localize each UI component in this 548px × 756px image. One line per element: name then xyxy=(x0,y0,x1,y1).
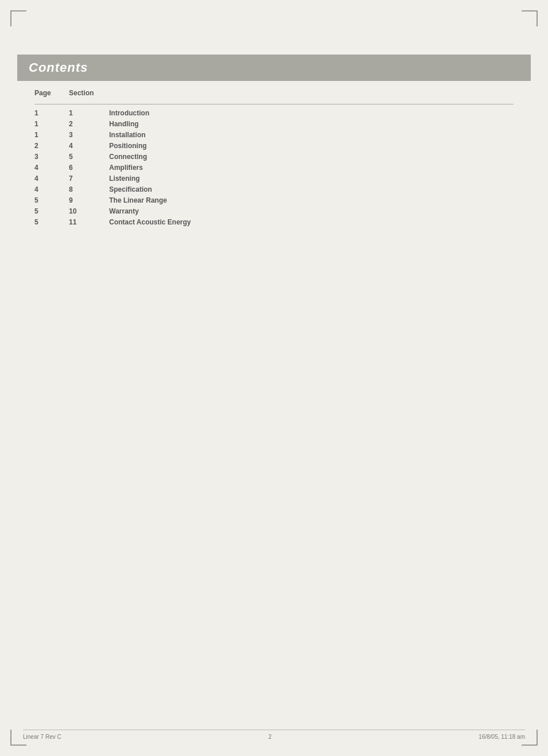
col-page-header: Page xyxy=(34,89,69,97)
contents-header: Contents xyxy=(17,55,531,81)
toc-section-4: 4 xyxy=(69,142,109,150)
toc-section-6: 6 xyxy=(69,164,109,172)
toc-row-7: 4 7 Listening xyxy=(34,175,514,183)
toc-section-11: 11 xyxy=(69,218,109,226)
toc-section-2: 2 xyxy=(69,120,109,128)
toc-section-8: 8 xyxy=(69,185,109,193)
toc-row-4: 2 4 Positioning xyxy=(34,142,514,150)
toc-divider xyxy=(34,104,514,104)
toc-section-7: 7 xyxy=(69,175,109,183)
col-title-header xyxy=(109,89,514,97)
toc-page-5: 3 xyxy=(34,153,69,161)
toc-row-5: 3 5 Connecting xyxy=(34,153,514,161)
toc-title-11: Contact Acoustic Energy xyxy=(109,218,514,226)
toc-header-row: Page Section xyxy=(34,89,514,97)
toc-section-3: 3 xyxy=(69,131,109,139)
contents-title: Contents xyxy=(29,60,88,75)
toc-row-3: 1 3 Installation xyxy=(34,131,514,139)
toc-title-4: Positioning xyxy=(109,142,514,150)
corner-bracket-tr xyxy=(522,10,538,26)
toc-page-1: 1 xyxy=(34,109,69,117)
toc-title-10: Warranty xyxy=(109,207,514,215)
footer-page-number: 2 xyxy=(268,734,272,740)
footer-right: 16/8/05, 11:18 am xyxy=(478,734,525,740)
toc-row-8: 4 8 Specification xyxy=(34,185,514,193)
toc-section-10: 10 xyxy=(69,207,109,215)
toc-section-9: 9 xyxy=(69,196,109,204)
toc-title-6: Amplifiers xyxy=(109,164,514,172)
toc-title-9: The Linear Range xyxy=(109,196,514,204)
footer: Linear 7 Rev C 2 16/8/05, 11:18 am xyxy=(23,730,525,740)
toc-page-2: 1 xyxy=(34,120,69,128)
toc-page-8: 4 xyxy=(34,185,69,193)
toc-page-10: 5 xyxy=(34,207,69,215)
footer-left: Linear 7 Rev C xyxy=(23,734,61,740)
col-section-header: Section xyxy=(69,89,109,97)
toc-title-8: Specification xyxy=(109,185,514,193)
page: Contents Page Section 1 1 Introduction 1… xyxy=(0,0,548,756)
toc-page-9: 5 xyxy=(34,196,69,204)
corner-bracket-tl xyxy=(10,10,26,26)
toc-title-1: Introduction xyxy=(109,109,514,117)
toc-page-7: 4 xyxy=(34,175,69,183)
toc-row-9: 5 9 The Linear Range xyxy=(34,196,514,204)
toc-page-4: 2 xyxy=(34,142,69,150)
toc-row-1: 1 1 Introduction xyxy=(34,109,514,117)
toc-container: Page Section 1 1 Introduction 1 2 Handli… xyxy=(34,89,514,229)
toc-section-5: 5 xyxy=(69,153,109,161)
toc-section-1: 1 xyxy=(69,109,109,117)
toc-row-11: 5 11 Contact Acoustic Energy xyxy=(34,218,514,226)
toc-page-6: 4 xyxy=(34,164,69,172)
toc-title-7: Listening xyxy=(109,175,514,183)
toc-row-10: 5 10 Warranty xyxy=(34,207,514,215)
toc-page-3: 1 xyxy=(34,131,69,139)
toc-row-2: 1 2 Handling xyxy=(34,120,514,128)
toc-page-11: 5 xyxy=(34,218,69,226)
toc-title-2: Handling xyxy=(109,120,514,128)
toc-title-5: Connecting xyxy=(109,153,514,161)
toc-title-3: Installation xyxy=(109,131,514,139)
toc-row-6: 4 6 Amplifiers xyxy=(34,164,514,172)
